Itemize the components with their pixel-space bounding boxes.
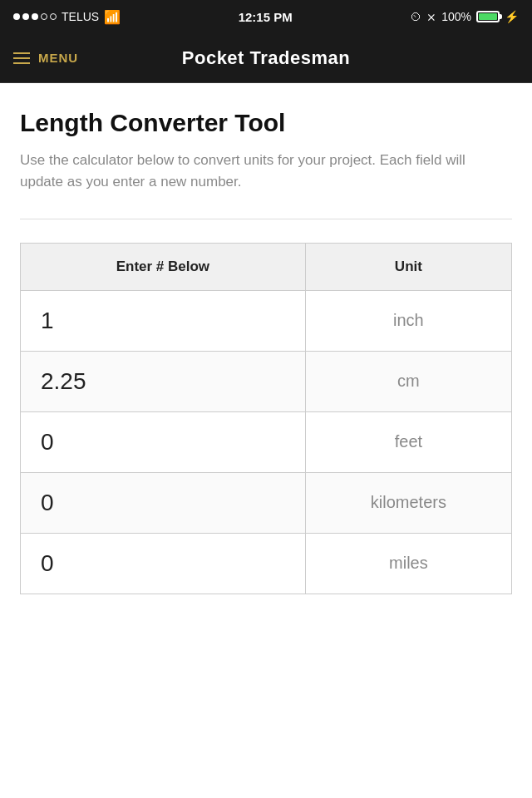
status-bar: TELUS 📶 12:15 PM ⏲ ⨯ 100% ⚡ bbox=[0, 0, 532, 33]
table-header-row: Enter # Below Unit bbox=[21, 243, 512, 290]
battery-wrapper bbox=[476, 11, 500, 22]
battery-icon bbox=[476, 11, 500, 22]
divider bbox=[20, 219, 512, 219]
hamburger-line-2 bbox=[13, 57, 30, 59]
dot2 bbox=[22, 13, 29, 20]
dot4 bbox=[41, 13, 47, 20]
col-header-unit: Unit bbox=[305, 243, 511, 290]
hamburger-line-3 bbox=[13, 62, 30, 64]
wifi-icon: 📶 bbox=[104, 9, 121, 25]
battery-fill bbox=[479, 13, 497, 20]
signal-dots bbox=[13, 13, 57, 20]
nav-title: Pocket Tradesman bbox=[182, 47, 350, 69]
value-cell[interactable]: 2.25 bbox=[21, 351, 306, 411]
battery-percent: 100% bbox=[441, 10, 471, 23]
table-row: 2.25cm bbox=[21, 351, 512, 411]
converter-table: Enter # Below Unit 1inch2.25cm0feet0kilo… bbox=[20, 243, 512, 594]
table-row: 0miles bbox=[21, 533, 512, 594]
alarm-icon: ⏲ bbox=[410, 10, 421, 23]
unit-cell: feet bbox=[305, 411, 511, 472]
status-time: 12:15 PM bbox=[239, 10, 293, 24]
menu-label: MENU bbox=[38, 51, 78, 65]
unit-cell: inch bbox=[305, 290, 511, 351]
status-right: ⏲ ⨯ 100% ⚡ bbox=[410, 10, 519, 23]
col-header-input: Enter # Below bbox=[21, 243, 306, 290]
nav-bar: MENU Pocket Tradesman bbox=[0, 33, 532, 83]
menu-button[interactable]: MENU bbox=[13, 51, 78, 65]
table-row: 1inch bbox=[21, 290, 512, 351]
table-row: 0kilometers bbox=[21, 472, 512, 533]
table-row: 0feet bbox=[21, 411, 512, 472]
hamburger-icon bbox=[13, 52, 30, 64]
unit-cell: cm bbox=[305, 351, 511, 411]
hamburger-line-1 bbox=[13, 52, 30, 54]
dot5 bbox=[50, 13, 57, 20]
dot3 bbox=[32, 13, 38, 20]
value-cell[interactable]: 1 bbox=[21, 290, 306, 351]
value-cell[interactable]: 0 bbox=[21, 472, 306, 533]
unit-cell: kilometers bbox=[305, 472, 511, 533]
page-description: Use the calculator below to convert unit… bbox=[20, 150, 512, 194]
bluetooth-icon: ⨯ bbox=[426, 10, 436, 23]
carrier-label: TELUS bbox=[62, 10, 99, 23]
dot1 bbox=[13, 13, 20, 20]
page-title: Length Converter Tool bbox=[20, 108, 512, 138]
main-content: Length Converter Tool Use the calculator… bbox=[0, 83, 532, 798]
value-cell[interactable]: 0 bbox=[21, 411, 306, 472]
unit-cell: miles bbox=[305, 533, 511, 594]
value-cell[interactable]: 0 bbox=[21, 533, 306, 594]
charging-icon: ⚡ bbox=[505, 10, 519, 23]
status-left: TELUS 📶 bbox=[13, 9, 121, 25]
